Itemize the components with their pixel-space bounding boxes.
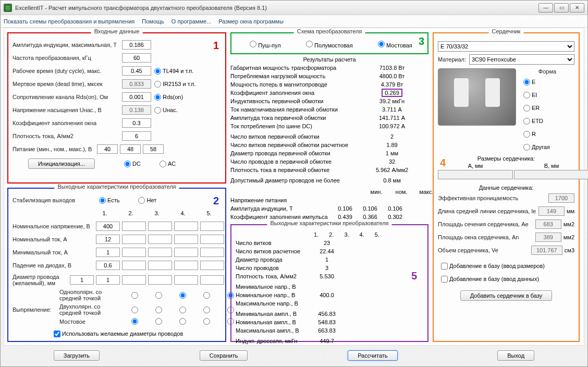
radio-tl494[interactable] [154,68,161,75]
app-window: ExcellentIT - Расчет импульсного трансфо… [0,0,588,367]
radio-ac[interactable] [160,161,166,167]
footer: Загрузить Сохранить Рассчитать Выход [4,348,584,363]
uv-5[interactable] [200,222,224,231]
jdens-label: Плотность тока, А/мм2 [13,133,122,139]
chk-add-data[interactable] [441,276,448,283]
vd-1[interactable] [96,261,120,270]
badge-1: 1 [213,40,219,52]
panel-scheme-title: Схема преобразователя [294,28,365,34]
window-title: ExcellentIT - Расчет импульсного трансфо… [15,5,538,11]
badge-3: 3 [419,35,424,47]
chk-use-diam[interactable] [54,331,60,337]
rds-input[interactable] [122,92,151,102]
uv-4[interactable] [174,222,198,231]
kfill-input[interactable] [122,118,151,128]
supply-max[interactable] [143,144,164,154]
panel-outchar-title: Выходные характеристики преобразователя [54,184,179,190]
uv-3[interactable] [148,222,172,231]
radio-pushpull[interactable] [250,41,256,47]
init-button[interactable]: Инициализация... [28,158,95,169]
rect1-2[interactable] [149,292,168,299]
shape-e[interactable] [523,79,530,85]
in-1[interactable] [96,235,120,244]
rect1-3[interactable] [173,292,192,299]
unac-input [122,105,151,115]
exit-button[interactable]: Выход [497,350,534,361]
le [538,206,565,216]
panel-core-title: Сердечник [489,28,524,34]
rect1-1[interactable] [125,292,144,299]
radio-dc[interactable] [124,161,131,167]
ampl-input[interactable] [122,40,151,50]
badge-5: 5 [411,270,417,282]
radio-bridge[interactable] [378,41,385,47]
titlebar: ExcellentIT - Расчет импульсного трансфо… [1,1,587,15]
panel-scheme: Схема преобразователя 3 Пуш-пул Полумост… [230,32,428,54]
dw-1[interactable] [96,275,120,285]
an [535,233,561,242]
ampl-label: Амплитуда индукции, максимальная, Т [13,42,122,48]
jdens-input[interactable] [122,131,151,141]
ve [531,246,562,255]
shape-r[interactable] [523,131,530,138]
core-image [438,68,516,126]
freq-input[interactable] [122,53,151,63]
radio-rdson[interactable] [154,94,161,101]
kfill-label: Коэффициент заполнения окна [13,120,122,126]
shape-other[interactable] [523,144,530,151]
kwindow-highlight: 0.269 [382,89,402,97]
supply-nom[interactable] [120,144,141,154]
panel-core: Сердечник 4 E 70/33/32 Материал: 3C90 Fe… [433,32,580,342]
unac-label: Напряжение насыщения Uнас., В [13,107,122,113]
menu-schemes[interactable]: Показать схемы преобразования и выпрямле… [4,18,134,25]
badge-4: 4 [440,157,446,169]
minimize-button[interactable]: — [538,3,553,13]
imin-1[interactable] [96,248,120,257]
menu-help[interactable]: Помощь [142,18,164,25]
radio-unac[interactable] [154,107,161,114]
rds-label: Сопротивление канала Rds(on), Ом [13,94,122,100]
core-select[interactable]: E 70/33/32 [438,41,574,52]
menubar: Показать схемы преобразования и выпрямле… [1,15,587,28]
app-icon [4,4,12,12]
maximize-button[interactable]: ▭ [554,3,569,13]
menu-windowsize[interactable]: Размер окна программы [218,18,284,25]
uv-2[interactable] [122,222,146,231]
close-button[interactable]: ✕ [570,3,584,13]
radio-stab-yes[interactable] [99,197,106,204]
stab-label: Стабилизация выходов [13,197,96,203]
rect1-4[interactable] [197,292,216,299]
shape-er[interactable] [523,105,530,112]
uv-1[interactable] [96,222,120,231]
duty-input[interactable] [122,66,151,76]
panel-input: Входные данные 1 Амплитуда индукции, мак… [7,32,226,184]
dw-0[interactable] [70,275,94,285]
dead-label: Мертвое время (dead time), мксек [13,81,122,87]
load-button[interactable]: Загрузить [54,350,100,361]
supply-min[interactable] [97,144,118,154]
shape-ei[interactable] [523,92,530,99]
supply-label: Питание (мин., ном., макс.), В [13,146,97,152]
radio-halfbridge[interactable] [306,41,313,47]
mu [548,193,574,203]
shape-etd[interactable] [523,118,530,125]
menu-about[interactable]: О программе... [172,18,211,25]
ae [535,219,561,229]
dead-input [122,79,151,89]
panel-input-title: Входные данные [91,28,143,34]
chk-add-sizes[interactable] [441,263,448,270]
results-title: Результаты расчета [230,56,428,63]
radio-ir2153[interactable] [154,81,161,88]
badge-2: 2 [213,195,219,207]
calc-button[interactable]: Рассчитать [348,350,397,361]
duty-label: Рабочее время (duty cycle), макс. [13,68,122,74]
freq-label: Частота преобразования, кГц [13,55,122,61]
panel-outres: Выходные характеристики преобразователя … [230,224,428,342]
material-select[interactable]: 3C90 Ferroxcube [469,54,574,65]
save-button[interactable]: Сохранить [200,350,248,361]
panel-results: Результаты расчета Габаритная мощность т… [230,55,428,221]
add-core-button[interactable]: Добавить сердечник в базу [460,290,553,301]
panel-outres-title: Выходные характеристики преобразователя [267,220,391,226]
panel-outchar: Выходные характеристики преобразователя … [7,188,226,342]
radio-stab-no[interactable] [138,197,145,204]
